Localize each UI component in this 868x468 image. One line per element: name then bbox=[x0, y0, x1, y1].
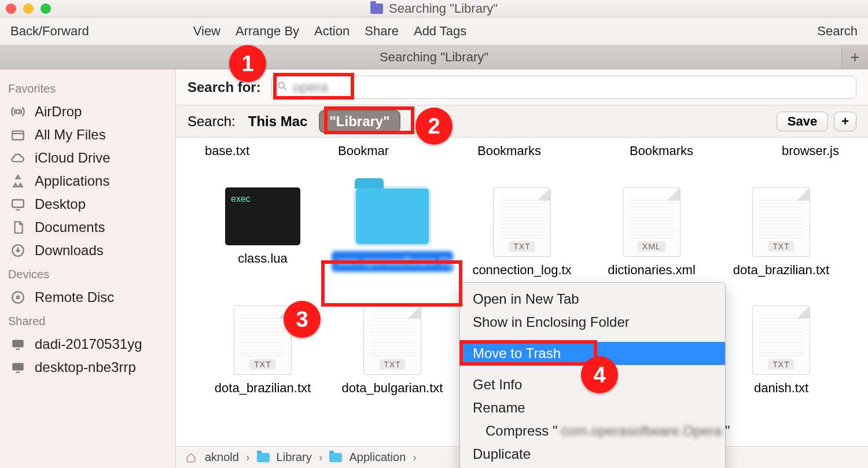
sidebar-item-label: dadi-20170531yg bbox=[35, 336, 142, 352]
allmyfiles-icon bbox=[9, 127, 27, 142]
document-icon: XML bbox=[623, 187, 681, 257]
file-item[interactable]: TXT dota_bulgarian.txt bbox=[334, 305, 450, 396]
search-for-bar: Search for: opera bbox=[176, 69, 868, 105]
file-name: dictionaries.xml bbox=[608, 263, 696, 278]
folder-icon bbox=[355, 187, 430, 245]
window-title: Searching "Library" bbox=[370, 1, 498, 16]
zoom-icon[interactable] bbox=[41, 3, 51, 14]
share-button[interactable]: Share bbox=[365, 24, 399, 39]
svg-rect-2 bbox=[12, 200, 24, 207]
ctx-show-enclosing[interactable]: Show in Enclosing Folder bbox=[460, 311, 725, 334]
scope-this-mac[interactable]: This Mac bbox=[248, 113, 308, 130]
ctx-duplicate[interactable]: Duplicate bbox=[460, 443, 725, 466]
annotation-badge-3: 3 bbox=[284, 301, 321, 338]
sidebar: Favorites AirDrop All My Files iCloud Dr… bbox=[0, 69, 176, 468]
file-item[interactable]: exec class.lua bbox=[205, 187, 321, 278]
chevron-right-icon: › bbox=[413, 451, 417, 464]
home-icon bbox=[185, 452, 198, 463]
action-button[interactable]: Action bbox=[314, 24, 350, 39]
window-controls bbox=[6, 3, 51, 14]
sidebar-item-airdrop[interactable]: AirDrop bbox=[7, 100, 175, 123]
sidebar-item-shared2[interactable]: desktop-nbe3rrp bbox=[7, 356, 175, 379]
document-icon: TXT bbox=[234, 305, 292, 375]
minimize-icon[interactable] bbox=[23, 3, 34, 14]
path-segment[interactable]: aknold bbox=[205, 451, 239, 464]
search-input[interactable]: opera bbox=[271, 76, 856, 99]
view-button[interactable]: View bbox=[193, 24, 220, 39]
search-button[interactable]: Search bbox=[817, 24, 858, 38]
annotation-badge-2: 2 bbox=[415, 108, 453, 145]
airdrop-icon bbox=[9, 104, 27, 119]
file-name: dota_brazilian.txt bbox=[733, 263, 829, 278]
file-item[interactable]: TXT danish.txt bbox=[723, 305, 839, 396]
file-name[interactable]: Bookmarks bbox=[477, 143, 541, 159]
exec-icon: exec bbox=[225, 187, 300, 245]
file-name[interactable]: Bookmar bbox=[338, 143, 389, 159]
sidebar-item-label: AirDrop bbox=[35, 104, 82, 120]
svg-rect-7 bbox=[16, 349, 20, 350]
sidebar-item-remotedisc[interactable]: Remote Disc bbox=[7, 286, 175, 309]
back-forward-button[interactable]: Back/Forward bbox=[10, 24, 89, 39]
new-tab-button[interactable]: + bbox=[841, 45, 868, 69]
folder-icon bbox=[370, 3, 383, 14]
arrange-by-button[interactable]: Arrange By bbox=[236, 24, 299, 39]
file-name[interactable]: base.txt bbox=[205, 143, 249, 159]
sidebar-item-label: iCloud Drive bbox=[35, 150, 111, 166]
search-query-text: opera bbox=[293, 79, 328, 95]
svg-rect-1 bbox=[12, 131, 24, 140]
sidebar-item-iclouddrive[interactable]: iCloud Drive bbox=[7, 146, 175, 169]
tab-bar: Searching "Library" + bbox=[0, 45, 868, 69]
sidebar-item-label: Desktop bbox=[35, 196, 86, 212]
svg-point-5 bbox=[17, 296, 19, 299]
svg-rect-6 bbox=[12, 340, 24, 347]
path-segment[interactable]: Application bbox=[349, 451, 406, 464]
cloud-icon bbox=[9, 150, 27, 165]
add-tags-button[interactable]: Add Tags bbox=[414, 24, 466, 39]
file-item[interactable]: TXT connection_log.tx bbox=[464, 187, 580, 278]
sidebar-item-allmyfiles[interactable]: All My Files bbox=[7, 123, 175, 146]
folder-icon bbox=[257, 453, 270, 462]
ctx-rename[interactable]: Rename bbox=[460, 396, 725, 419]
add-criteria-button[interactable]: + bbox=[834, 112, 856, 131]
close-icon[interactable] bbox=[6, 3, 16, 14]
sidebar-item-label: desktop-nbe3rrp bbox=[35, 359, 136, 375]
document-icon: TXT bbox=[493, 187, 551, 257]
svg-point-0 bbox=[16, 110, 20, 114]
file-name-selected: com.operasoftware.Opera bbox=[332, 251, 453, 272]
sidebar-item-downloads[interactable]: Downloads bbox=[7, 239, 175, 262]
file-item-selected[interactable]: com.operasoftware.Opera bbox=[334, 187, 450, 278]
search-icon bbox=[277, 79, 288, 95]
file-name[interactable]: browser.js bbox=[782, 143, 839, 159]
chevron-right-icon: › bbox=[246, 451, 250, 464]
scope-bar: Search: This Mac "Library" Save + bbox=[176, 105, 868, 138]
titlebar: Searching "Library" bbox=[0, 0, 868, 17]
ctx-open-new-tab[interactable]: Open in New Tab bbox=[460, 288, 725, 311]
annotation-badge-4: 4 bbox=[581, 356, 618, 393]
file-item[interactable]: TXT dota_brazilian.txt bbox=[723, 187, 839, 278]
sidebar-item-label: Documents bbox=[35, 219, 105, 235]
sidebar-item-desktop[interactable]: Desktop bbox=[7, 193, 175, 216]
folder-icon bbox=[329, 453, 342, 462]
sidebar-item-shared1[interactable]: dadi-20170531yg bbox=[7, 333, 175, 356]
file-name[interactable]: Bookmarks bbox=[630, 143, 693, 159]
sidebar-item-label: Remote Disc bbox=[35, 289, 114, 305]
sidebar-item-label: Applications bbox=[35, 173, 109, 189]
tab-title[interactable]: Searching "Library" bbox=[380, 50, 488, 65]
window-title-text: Searching "Library" bbox=[389, 1, 498, 16]
ctx-compress[interactable]: Compress " com.operasoftware.Opera " bbox=[460, 419, 725, 443]
sidebar-head-devices: Devices bbox=[8, 268, 174, 281]
sidebar-item-applications[interactable]: Applications bbox=[7, 169, 175, 193]
scope-library[interactable]: "Library" bbox=[320, 111, 399, 132]
svg-rect-9 bbox=[16, 372, 20, 373]
document-icon: TXT bbox=[363, 305, 421, 375]
file-name: dota_brazilian.txt bbox=[215, 381, 311, 396]
save-button[interactable]: Save bbox=[777, 112, 828, 131]
sidebar-item-documents[interactable]: Documents bbox=[7, 216, 175, 239]
computer-icon bbox=[9, 360, 27, 375]
path-segment[interactable]: Library bbox=[277, 451, 312, 464]
downloads-icon bbox=[9, 243, 27, 258]
sidebar-head-favorites: Favorites bbox=[8, 82, 174, 95]
sidebar-head-shared: Shared bbox=[8, 315, 174, 328]
file-item[interactable]: XML dictionaries.xml bbox=[594, 187, 709, 278]
annotation-badge-1: 1 bbox=[229, 45, 266, 82]
